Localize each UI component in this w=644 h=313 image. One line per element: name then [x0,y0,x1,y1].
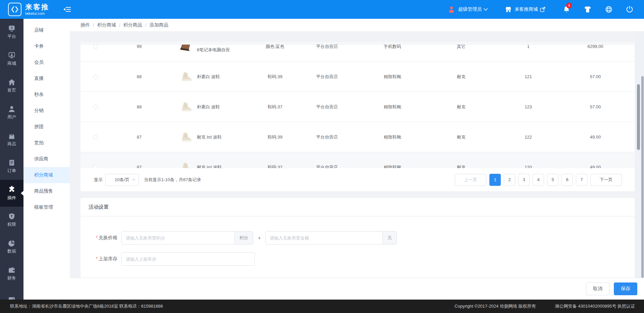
shield-key-icon [8,213,15,220]
page-button-7[interactable]: 7 [576,174,587,186]
pagination-bar: 显示 10条/页 当前显示1-10条，共67条记录 上一页 1 2 3 4 5 … [80,168,635,191]
sidebar-item-orders[interactable]: 订单 [0,153,23,180]
page-button-2[interactable]: 2 [504,174,515,186]
sidebar-item-goods[interactable]: 商品 [0,126,23,153]
product-stock: 121 [493,74,564,79]
product-price: 57.00 [564,104,627,109]
amount-input[interactable] [266,231,382,244]
main-content: 插件 / 积分商城 / 积分商品 / 添加商品 99 6笔记本电脑自营 [70,19,644,300]
product-spec: 鞋码:37 [252,104,299,110]
logo[interactable]: 来客推 laiketui.com [8,3,49,16]
submenu-item-distribution[interactable]: 分销 [23,103,70,119]
submenu-item-presale[interactable]: 商品预售 [23,183,70,199]
sidebar-item-data[interactable]: 数据 [0,233,23,260]
avatar-icon [447,5,455,13]
product-store: 平台自营店 [299,74,356,80]
footer-copyright: Copyright ©2017-2024 拾捌网络 版权所有 [454,303,536,309]
prev-page-button[interactable]: 上一页 [455,174,486,186]
submenu-item-coupon[interactable]: 卡券 [23,38,70,54]
submenu-item-templates[interactable]: 模板管理 [23,199,70,215]
product-category: 精致鞋靴 [356,164,429,168]
required-mark: * [96,235,98,240]
breadcrumb-separator: / [119,22,120,28]
page-button-1[interactable]: 1 [489,174,501,186]
row-radio[interactable] [93,135,98,140]
sidebar-item-mall[interactable]: 商城 [0,46,23,72]
breadcrumb-points-mall[interactable]: 积分商城 [97,22,116,28]
cancel-button[interactable]: 取消 [586,282,609,295]
row-radio[interactable] [93,105,98,109]
app-window: 来客推 laiketui.com 超级管理员 来客推商城 4 [0,0,644,313]
product-brand: 耐克 [429,164,493,168]
table-scrollbar-thumb[interactable] [637,84,640,150]
submenu-item-shop[interactable]: 店铺 [23,22,70,38]
breadcrumb-points-goods[interactable]: 积分商品 [123,22,142,28]
sidebar-item-label: 订单 [7,168,16,174]
sidebar-item-users[interactable]: 用户 [0,99,23,126]
row-radio[interactable] [93,44,98,49]
product-category: 精致鞋靴 [356,74,429,80]
submenu-item-auction[interactable]: 竞拍 [23,135,70,151]
stock-input[interactable] [122,253,255,265]
chevron-down-icon [484,8,488,11]
save-button[interactable]: 保存 [614,282,637,295]
storefront-icon [504,6,512,13]
user-menu[interactable]: 超级管理员 [447,5,488,13]
activity-settings-panel: 活动设置 *兑换价格 积分 + 元 *上架库存 [80,198,635,278]
sidebar-item-home[interactable]: 首页 [0,72,23,99]
product-category: 精致鞋靴 [356,134,429,140]
store-front-button[interactable] [584,6,592,13]
chevron-down-icon [132,178,136,181]
page-button-3[interactable]: 3 [518,174,530,186]
required-mark: * [96,256,98,261]
language-button[interactable] [605,6,612,13]
submenu-item-groupbuy[interactable]: 拼团 [23,119,70,135]
brand-name: 来客推 [25,3,49,10]
breadcrumb-separator: / [145,22,147,28]
submenu-item-supplier[interactable]: 供应商 [23,151,70,167]
product-spec: 鞋码:39 [252,134,299,140]
product-stock: 122 [493,135,564,140]
sidebar-item-platform[interactable]: S 平台 [0,19,23,46]
sidebar-item-label: 数据 [7,248,16,254]
mall-link[interactable]: 来客推商城 [504,6,545,13]
page-button-6[interactable]: 6 [561,174,573,186]
external-link-icon [540,7,545,12]
sidebar-item-label: 权限 [7,221,16,227]
sidebar-item-finance[interactable]: 财务 [0,260,23,287]
stock-input-group [121,252,255,266]
product-id: 88 [111,74,168,79]
submenu-item-points-mall[interactable]: 积分商城 [23,167,70,183]
submenu-item-member[interactable]: 会员 [23,54,70,70]
pagination-summary: 当前显示1-10条，共67条记录 [144,177,201,183]
row-radio[interactable] [93,165,98,168]
next-page-button[interactable]: 下一页 [590,174,622,186]
product-stock: 120 [493,165,564,168]
page-button-4[interactable]: 4 [533,174,544,186]
page-button-5[interactable]: 5 [547,174,558,186]
product-brand: 耐克 [429,104,493,110]
submenu-item-live[interactable]: 直播 [23,70,70,87]
user-icon [8,106,15,112]
breadcrumb-separator: / [93,22,94,28]
notifications-button[interactable]: 4 [563,5,570,13]
product-image-sneaker [179,131,193,144]
table-row: 99 6笔记本电脑自营 颜色:蓝色 平台自营店 手机数码 其它 1 6299.0… [80,42,635,62]
table-row: 88 朴素白 波鞋 鞋码:39 平台自营店 精致鞋靴 耐克 121 57.00 [80,62,635,92]
footer-license: 湘公网安备 43010402000895号 执照认证 [555,303,635,309]
product-price: 6299.00 [564,44,627,49]
breadcrumb-plugins[interactable]: 插件 [80,22,90,28]
top-header: 来客推 laiketui.com 超级管理员 来客推商城 4 [0,0,644,19]
product-id: 99 [111,44,168,49]
submenu-item-flashsale[interactable]: 秒杀 [23,87,70,103]
page-scrollbar-thumb[interactable] [641,76,644,278]
sidebar-item-permissions[interactable]: 权限 [0,207,23,233]
page-size-select[interactable]: 10条/页 [105,174,139,186]
points-input[interactable] [122,231,234,244]
sidebar-item-plugins[interactable]: 插件 [0,180,23,207]
product-name: 朴素白 波鞋 [197,74,220,80]
scrollbar-track[interactable] [635,31,644,278]
logout-button[interactable] [626,6,633,13]
row-radio[interactable] [93,74,98,79]
collapse-menu-icon[interactable] [63,6,71,12]
